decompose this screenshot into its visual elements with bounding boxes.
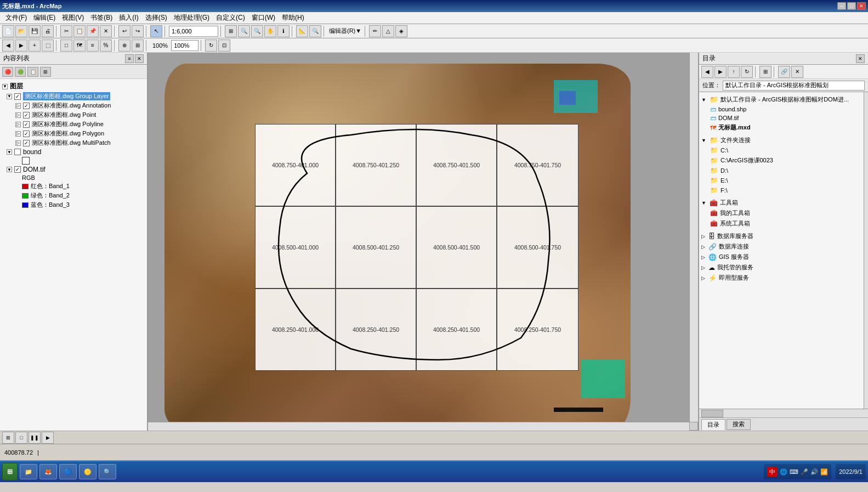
group-layer-item[interactable]: ▼ 测区标准图框.dwg Group Layer [2,92,145,101]
print-button[interactable]: 🖨 [42,25,54,37]
cat-ready-services[interactable]: ▷ ⚡ 即用型服务 [701,273,866,283]
cat-mytoolbox[interactable]: 🧰 我的工具箱 [701,208,866,218]
paste-button[interactable]: 📌 [87,25,99,37]
multipatch-expand[interactable]: ▷ [15,140,21,146]
start-button[interactable]: ⊞ [2,463,18,480]
select-features[interactable]: ⬚ [42,39,54,52]
minimize-button[interactable]: ─ [837,2,846,10]
cat-disconnect[interactable]: ✕ [791,66,803,78]
menu-view[interactable]: 视图(V) [59,12,87,24]
menu-geoprocess[interactable]: 地理处理(G) [171,12,213,24]
menu-bookmark[interactable]: 书签(B) [87,12,116,24]
delete-button[interactable]: ✕ [100,25,112,37]
layout-view[interactable]: □ [60,39,72,52]
cat-bound[interactable]: 🗃 bound.shp [701,105,866,114]
toc-list-icon[interactable]: ≡ [125,54,134,63]
toc-close-icon[interactable]: ✕ [135,54,144,63]
magnifier[interactable]: ⊞ [132,39,144,52]
node-button[interactable]: ◈ [395,25,407,37]
bound-checkbox[interactable] [14,149,21,155]
cat-up[interactable]: ↑ [728,66,740,78]
find-button[interactable]: 🔍 [309,25,321,37]
polygon-checkbox[interactable] [23,131,30,137]
group-checkbox[interactable] [14,93,21,100]
polygon-expand[interactable]: ▷ [15,131,21,137]
group-layer-label[interactable]: 测区标准图框.dwg Group Layer [23,92,110,100]
h-scroll-thumb[interactable] [701,410,723,417]
cat-back[interactable]: ◀ [701,66,713,78]
folder-conn-expand[interactable]: ▼ [701,138,706,143]
editor-label[interactable]: 编辑器(R)▼ [329,27,361,35]
point-checkbox[interactable] [23,112,30,118]
zoomin-button[interactable]: 🔍 [238,25,250,37]
my-services-expand[interactable]: ▷ [701,265,705,270]
cat-my-services[interactable]: ▷ ☁ 我托管的服务 [701,262,866,273]
sketch-button[interactable]: △ [382,25,394,37]
toggle-button[interactable]: ⊡ [218,39,230,52]
map-nav-4[interactable]: ▶ [42,432,54,444]
menu-insert[interactable]: 插入(I) [116,12,141,24]
zoom-input[interactable] [171,40,198,51]
new-button[interactable]: 📄 [2,25,14,37]
scale-input[interactable] [169,26,218,37]
dom-checkbox[interactable] [14,166,21,173]
open-button[interactable]: 📂 [15,25,27,37]
dom-expand[interactable]: ▼ [7,167,12,172]
copy-button[interactable]: 📋 [73,25,86,37]
tab-catalog[interactable]: 目录 [701,419,725,430]
cat-mxd[interactable]: 🗺 无标题.mxd [701,122,866,133]
map-nav-1[interactable]: ⊞ [2,432,14,444]
measure-button[interactable]: 📐 [296,25,308,37]
fullextent-button[interactable]: ⊞ [225,25,237,37]
taskbar-app-explorer[interactable]: 📁 [20,464,37,479]
pan-map[interactable]: ⊕ [118,39,131,52]
cat-gis-server[interactable]: ▷ 🌐 GIS 服务器 [701,252,866,262]
maximize-button[interactable]: □ [847,2,856,10]
taskbar-app-5[interactable]: 🔍 [99,464,116,479]
menu-window[interactable]: 窗口(W) [248,12,279,24]
identify-button[interactable]: ℹ [277,25,290,37]
cat-arcgis[interactable]: 📁 C:\ArcGIS微课0023 [701,155,866,166]
redo-button[interactable]: ↪ [132,25,144,37]
menu-help[interactable]: 帮助(H) [279,12,308,24]
polyline-expand[interactable]: ▷ [15,122,21,127]
zoom-100[interactable]: % [100,39,112,52]
ready-services-expand[interactable]: ▷ [701,275,705,281]
layers-expand[interactable]: ▼ [2,84,8,89]
cat-forward[interactable]: ▶ [714,66,727,78]
annotation-checkbox[interactable] [23,103,30,109]
toc-btn4[interactable]: ⊞ [40,67,51,77]
catalog-scrollbar-v[interactable] [864,92,868,409]
save-button[interactable]: 💾 [29,25,41,37]
cat-c[interactable]: 📁 C:\ [701,145,866,155]
cat-toolbox[interactable]: ▼ 🧰 工具箱 [701,197,866,208]
cat-d[interactable]: 📁 D:\ [701,166,866,176]
catalog-close-icon[interactable]: ✕ [856,54,865,63]
menu-file[interactable]: 文件(F) [2,12,30,24]
toc-btn2[interactable]: 🟢 [15,67,26,77]
ime-indicator[interactable]: 中 [767,467,778,477]
add-layer[interactable]: + [29,39,41,52]
cut-button[interactable]: ✂ [60,25,72,37]
cat-systoolbox[interactable]: 🧰 系统工具箱 [701,218,866,229]
cat-refresh[interactable]: ↻ [741,66,753,78]
db-conn-expand[interactable]: ▷ [701,244,705,250]
taskbar-app-3[interactable]: 🔵 [59,464,77,479]
map-nav-3[interactable]: ❚❚ [29,432,41,444]
toc-btn3[interactable]: 📋 [27,67,38,77]
tab-search[interactable]: 搜索 [727,419,751,430]
cat-folder-conn[interactable]: ▼ 📁 文件夹连接 [701,135,866,145]
point-expand[interactable]: ▷ [15,112,21,118]
data-view[interactable]: ≡ [87,39,99,52]
map-view[interactable]: 🗺 [73,39,86,52]
cat-db-server[interactable]: ▷ 🗄 数据库服务器 [701,231,866,241]
cat-root[interactable]: ▼ 📁 默认工作目录 - ArcGIS根据标准图幅对DOM进... [701,94,866,105]
zoom-prev[interactable]: ◀ [2,39,14,52]
group-expand[interactable]: ▼ [7,94,12,99]
taskbar-app-4[interactable]: 🟡 [79,464,97,479]
bound-expand[interactable]: ▼ [7,149,12,155]
gis-server-expand[interactable]: ▷ [701,255,705,260]
multipatch-checkbox[interactable] [23,140,30,146]
db-server-expand[interactable]: ▷ [701,234,705,239]
pan-button[interactable]: ✋ [264,25,276,37]
